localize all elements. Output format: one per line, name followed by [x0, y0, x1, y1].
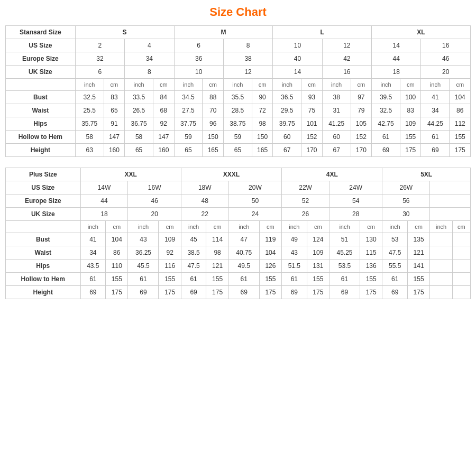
- height-std-9: 170: [301, 144, 322, 157]
- waist-std-7: 72: [252, 104, 272, 117]
- plus-unit-cm-6: cm: [407, 221, 429, 233]
- bust-std-8: 36.5: [273, 91, 301, 104]
- standard-size-table: Stansard Size S M L XL US Size 2 4 6 8 1…: [5, 25, 471, 157]
- bust-std-10: 38: [322, 91, 351, 104]
- plus-us-22w: 22W: [282, 181, 329, 194]
- eu-34: 34: [125, 52, 174, 66]
- bust-std-2: 33.5: [125, 91, 153, 104]
- bust-plus-8: 49: [282, 233, 307, 246]
- hollow-std-0: 58: [75, 131, 104, 144]
- hollow-plus-empty1: [452, 273, 470, 286]
- hollow-plus-2: 61: [128, 273, 159, 286]
- height-row-std: Height 63 160 65 160 65 165 65 165 67 17…: [6, 144, 471, 157]
- hips-row-plus: Hips 43.5 110 45.5 116 47.5 121 49.5 126…: [6, 260, 471, 273]
- plus-label-header: Plus Size: [6, 168, 81, 181]
- waist-plus-6: 40.75: [228, 246, 259, 260]
- height-plus-6: 69: [228, 286, 259, 299]
- waist-std-5: 70: [203, 104, 223, 117]
- uk-14: 14: [273, 66, 322, 79]
- hollow-plus-3: 155: [159, 273, 181, 286]
- hollow-plus-1: 155: [106, 273, 128, 286]
- uk-size-label: UK Size: [6, 66, 76, 79]
- us-16: 16: [421, 39, 471, 52]
- hollow-plus-4: 61: [181, 273, 206, 286]
- hips-std-14: 44.25: [421, 117, 450, 131]
- bust-plus-12: 53: [382, 233, 408, 246]
- height-std-10: 67: [322, 144, 351, 157]
- height-plus-13: 175: [407, 286, 429, 299]
- unit-cm-3: cm: [252, 79, 272, 91]
- bust-plus-11: 130: [360, 233, 382, 246]
- height-std-12: 69: [372, 144, 400, 157]
- unit-cm-4: cm: [301, 79, 322, 91]
- hollow-std-15: 155: [450, 131, 471, 144]
- bust-std-12: 39.5: [372, 91, 400, 104]
- standard-label-header: Stansard Size: [6, 26, 76, 39]
- plus-uk-empty: [430, 208, 471, 221]
- uk-20: 20: [421, 66, 471, 79]
- plus-uk-20: 20: [128, 208, 181, 221]
- bust-plus-2: 43: [128, 233, 159, 246]
- waist-plus-4: 38.5: [181, 246, 206, 260]
- waist-std-14: 34: [421, 104, 450, 117]
- hollow-plus-6: 61: [228, 273, 259, 286]
- hollow-std-13: 155: [400, 131, 421, 144]
- plus-unit-cm-2: cm: [206, 221, 228, 233]
- bust-std-3: 84: [153, 91, 174, 104]
- us-size-label: US Size: [6, 39, 76, 52]
- bust-plus-5: 114: [206, 233, 228, 246]
- us-12: 12: [322, 39, 371, 52]
- plus-us-size-label: US Size: [6, 181, 81, 194]
- height-row-plus: Height 69 175 69 175 69 175 69 175 69 17…: [6, 286, 471, 299]
- uk-12: 12: [223, 66, 272, 79]
- height-std-13: 175: [400, 144, 421, 157]
- hollow-label-std: Hollow to Hem: [6, 131, 76, 144]
- hollow-plus-11: 155: [360, 273, 382, 286]
- hips-std-3: 92: [153, 117, 174, 131]
- eu-32: 32: [75, 52, 124, 66]
- unit-cm-7: cm: [450, 79, 471, 91]
- hollow-plus-8: 61: [282, 273, 307, 286]
- plus-us-26w: 26W: [382, 181, 430, 194]
- hips-plus-5: 121: [206, 260, 228, 273]
- waist-label-std: Waist: [6, 104, 76, 117]
- plus-uk-28: 28: [329, 208, 382, 221]
- waist-plus-11: 115: [360, 246, 382, 260]
- hips-plus-1: 110: [106, 260, 128, 273]
- hollow-plus-0: 61: [80, 273, 106, 286]
- hips-plus-2: 45.5: [128, 260, 159, 273]
- uk-16: 16: [322, 66, 371, 79]
- eu-40: 40: [273, 52, 322, 66]
- plus-us-24w: 24W: [329, 181, 382, 194]
- hollow-plus-12: 61: [382, 273, 408, 286]
- hips-std-2: 36.75: [125, 117, 153, 131]
- us-2: 2: [75, 39, 124, 52]
- height-std-6: 65: [223, 144, 252, 157]
- waist-plus-9: 109: [307, 246, 329, 260]
- unit-cm-0: cm: [104, 79, 124, 91]
- hips-std-12: 42.75: [372, 117, 400, 131]
- hips-plus-12: 55.5: [382, 260, 408, 273]
- hips-label-plus: Hips: [6, 260, 81, 273]
- plus-unit-inch-3: inch: [228, 221, 259, 233]
- size-xxl-header: XXL: [80, 168, 181, 181]
- hollow-std-1: 147: [104, 131, 124, 144]
- bust-plus-7: 119: [259, 233, 281, 246]
- waist-plus-empty0: [430, 246, 453, 260]
- bust-std-15: 104: [450, 91, 471, 104]
- size-m-header: M: [174, 26, 273, 39]
- height-std-4: 65: [174, 144, 203, 157]
- height-plus-3: 175: [159, 286, 181, 299]
- plus-us-14w: 14W: [80, 181, 128, 194]
- hips-std-0: 35.75: [75, 117, 104, 131]
- us-14: 14: [372, 39, 421, 52]
- height-std-7: 165: [252, 144, 272, 157]
- bust-plus-4: 45: [181, 233, 206, 246]
- hollow-std-11: 152: [351, 131, 371, 144]
- bust-plus-6: 47: [228, 233, 259, 246]
- height-std-5: 165: [203, 144, 223, 157]
- hips-plus-10: 53.5: [329, 260, 360, 273]
- waist-std-13: 83: [400, 104, 421, 117]
- unit-empty-std: [6, 79, 76, 91]
- plus-unit-inch-4: inch: [282, 221, 307, 233]
